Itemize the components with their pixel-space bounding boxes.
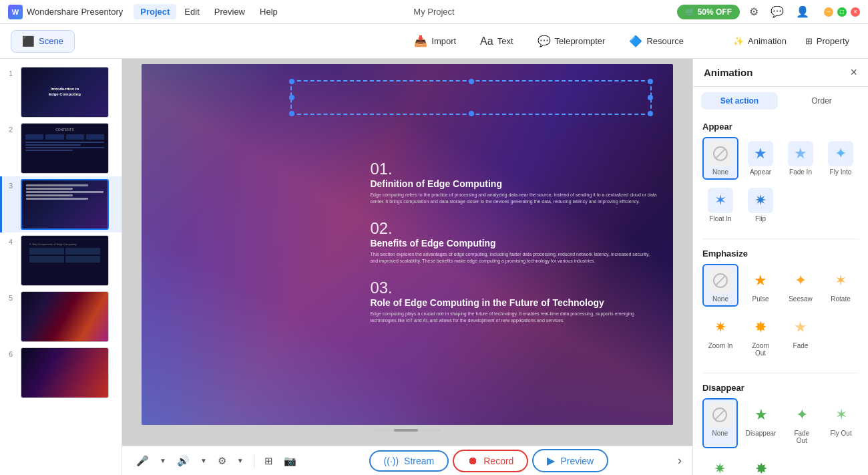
slide-canvas-inner: 01. Definition of Edge Computing Edge co… bbox=[142, 64, 673, 425]
settings-button[interactable]: ⚙ bbox=[214, 452, 230, 470]
slide-item[interactable]: 2 CONTENTS bbox=[0, 120, 122, 176]
text-button[interactable]: Aa Text bbox=[471, 31, 522, 51]
emphasize-none[interactable]: None bbox=[702, 264, 738, 307]
divider bbox=[254, 454, 254, 468]
volume-dropdown[interactable]: ▼ bbox=[197, 454, 210, 467]
panel-header: Animation × bbox=[693, 59, 868, 87]
logo-icon: W bbox=[8, 5, 23, 19]
none-icon bbox=[708, 141, 733, 166]
appear-none[interactable]: None bbox=[702, 137, 738, 180]
slide-item-active[interactable]: 3 bbox=[0, 176, 122, 232]
promo-icon: 🛒 bbox=[685, 7, 695, 17]
import-button[interactable]: 📥 Import bbox=[405, 31, 465, 51]
section-2-num: 02. bbox=[370, 219, 657, 238]
section-1-title[interactable]: Definition of Edge Computing bbox=[370, 178, 657, 189]
preview-button[interactable]: ▶ Preview bbox=[532, 449, 608, 472]
stream-button[interactable]: ((·)) Stream bbox=[369, 450, 449, 472]
disappear-none[interactable]: None bbox=[702, 398, 738, 448]
emphasize-fade[interactable]: ★ Fade bbox=[783, 311, 819, 361]
slide-number: 5 bbox=[9, 291, 17, 302]
expand-arrow[interactable]: › bbox=[678, 454, 682, 468]
grid-button[interactable]: ⊞ bbox=[261, 452, 276, 470]
record-button[interactable]: ⏺ Record bbox=[453, 450, 528, 472]
emphasize-pulse-label: Pulse bbox=[752, 295, 769, 303]
slide-item[interactable]: 4 2. Key Components of Edge Computing bbox=[0, 232, 122, 289]
appear-section: Appear None ★ Appear bbox=[693, 115, 868, 236]
volume-button[interactable]: 🔊 bbox=[174, 452, 193, 470]
slide-item[interactable]: 6 bbox=[0, 345, 122, 401]
divider-1 bbox=[702, 239, 859, 239]
dis-none-icon bbox=[707, 402, 732, 428]
appear-fade-in[interactable]: ★ Fade In bbox=[783, 137, 819, 180]
emphasize-grid: None ★ Pulse ✦ Seesaw bbox=[702, 264, 859, 361]
appear-appear[interactable]: ★ Appear bbox=[742, 137, 779, 180]
fly-into-star: ✦ bbox=[835, 145, 847, 162]
menu-preview[interactable]: Preview bbox=[208, 4, 252, 19]
toolbar: ⬛ Scene 📥 Import Aa Text 💬 Teleprompter … bbox=[0, 24, 868, 59]
chat-icon[interactable]: 💬 bbox=[768, 4, 787, 19]
slide-canvas[interactable]: 01. Definition of Edge Computing Edge co… bbox=[142, 64, 673, 425]
disappear-fly-out[interactable]: ✶ Fly Out bbox=[823, 398, 859, 448]
seesaw-star: ✦ bbox=[795, 272, 807, 289]
preview-icon: ▶ bbox=[547, 454, 555, 467]
teleprompter-button[interactable]: 💬 Teleprompter bbox=[528, 31, 615, 51]
slide-thumbnail bbox=[21, 347, 109, 398]
disappear-float-out[interactable]: ✷ Float Out bbox=[702, 452, 738, 475]
property-button[interactable]: ⊞ Property bbox=[797, 32, 857, 50]
slide-thumbnail: 2. Key Components of Edge Computing bbox=[21, 235, 109, 286]
app-logo: W Wondershare Presentory bbox=[8, 5, 123, 19]
disappear-fade-out[interactable]: ✦ Fade Out bbox=[784, 398, 819, 448]
em-none-icon bbox=[708, 268, 733, 293]
emphasize-zoom-in[interactable]: ✷ Zoom In bbox=[702, 311, 738, 361]
resource-button[interactable]: 🔷 Resource bbox=[620, 31, 693, 51]
property-icon: ⊞ bbox=[805, 36, 813, 46]
zoom-in-icon: ✷ bbox=[708, 315, 733, 340]
slide-thumbnail-active bbox=[21, 179, 109, 230]
teleprompter-icon: 💬 bbox=[537, 35, 551, 47]
maximize-button[interactable]: □ bbox=[837, 7, 847, 17]
promo-button[interactable]: 🛒 50% OFF bbox=[677, 5, 740, 19]
minimize-button[interactable]: − bbox=[824, 7, 833, 17]
float-in-star: ✶ bbox=[714, 192, 726, 209]
flip-icon: ✷ bbox=[748, 188, 773, 213]
mic-dropdown[interactable]: ▼ bbox=[156, 454, 170, 467]
menu-help[interactable]: Help bbox=[253, 4, 284, 19]
section-1-body: Edge computing refers to the practice of… bbox=[370, 192, 657, 206]
emphasize-zoom-out[interactable]: ✸ Zoom Out bbox=[742, 311, 779, 361]
disappear-flip[interactable]: ✸ Flip bbox=[742, 452, 781, 475]
panel-close-button[interactable]: × bbox=[850, 65, 857, 80]
tab-set-action[interactable]: Set action bbox=[701, 92, 778, 110]
settings-icon[interactable]: ⚙ bbox=[746, 4, 761, 19]
appear-float-in[interactable]: ✶ Float In bbox=[702, 184, 738, 226]
scene-button[interactable]: ⬛ Scene bbox=[11, 30, 75, 53]
promo-label: 50% OFF bbox=[698, 7, 732, 17]
tab-order[interactable]: Order bbox=[783, 92, 860, 110]
settings-dropdown[interactable]: ▼ bbox=[234, 454, 247, 467]
section-3-title[interactable]: Role of Edge Computing in the Future of … bbox=[370, 297, 657, 308]
record-label: Record bbox=[483, 456, 513, 466]
camera-button[interactable]: 📷 bbox=[280, 452, 300, 470]
emphasize-seesaw[interactable]: ✦ Seesaw bbox=[783, 264, 819, 307]
menu-project[interactable]: Project bbox=[134, 4, 176, 19]
appear-fly-into[interactable]: ✦ Fly Into bbox=[823, 137, 859, 180]
float-out-icon: ✷ bbox=[707, 456, 732, 475]
menu-edit[interactable]: Edit bbox=[178, 4, 206, 19]
user-icon[interactable]: 👤 bbox=[793, 4, 812, 19]
close-button[interactable]: × bbox=[851, 7, 860, 17]
disappear-disappear[interactable]: ★ Disappear bbox=[742, 398, 781, 448]
section-1-num: 01. bbox=[370, 160, 657, 178]
microphone-button[interactable]: 🎤 bbox=[133, 452, 152, 470]
slide-item[interactable]: 5 bbox=[0, 289, 122, 345]
section-2-title[interactable]: Benefits of Edge Computing bbox=[370, 238, 657, 249]
canvas-scrollbar[interactable] bbox=[374, 429, 441, 432]
animation-button[interactable]: ✨ Animation bbox=[725, 32, 795, 50]
section-2-body: This section explores the advantages of … bbox=[370, 251, 657, 265]
emphasize-pulse[interactable]: ★ Pulse bbox=[742, 264, 779, 307]
zoom-out-icon: ✸ bbox=[748, 315, 773, 340]
slide-item[interactable]: 1 Introduction toEdge Computing bbox=[0, 64, 122, 120]
appear-flip[interactable]: ✷ Flip bbox=[742, 184, 779, 226]
fly-out-icon: ✶ bbox=[829, 402, 854, 428]
slide-thumbnail: Introduction toEdge Computing bbox=[21, 67, 109, 118]
emphasize-rotate[interactable]: ✶ Rotate bbox=[823, 264, 859, 307]
emphasize-title: Emphasize bbox=[702, 249, 859, 259]
